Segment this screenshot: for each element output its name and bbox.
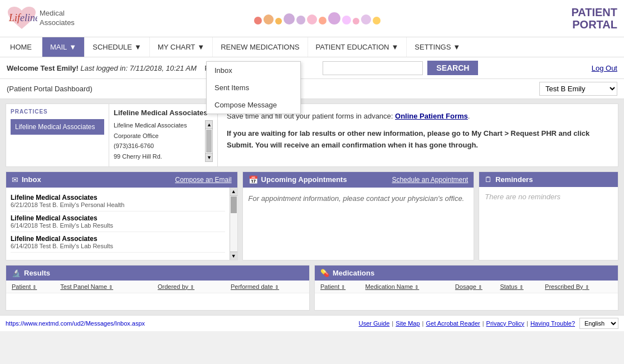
nav-patient-edu[interactable]: PATIENT EDUCATION ▼: [308, 37, 407, 57]
inbox-item-0[interactable]: Lifeline Medical Associates 6/21/2018 Te…: [11, 191, 225, 211]
practice-detail-address: 99 Cherry Hill Rd.: [114, 151, 204, 162]
nav-mail[interactable]: MAIL ▼: [42, 37, 85, 57]
inbox-icon: ✉: [12, 175, 18, 184]
meds-col-name[interactable]: Medication Name ⇕: [365, 283, 455, 290]
nav-schedule[interactable]: SCHEDULE ▼: [85, 37, 150, 57]
appointments-body-text: For appointment information, please cont…: [248, 193, 469, 204]
inbox-widget-title: Inbox: [22, 175, 41, 184]
footer-link-privacy[interactable]: Privacy Policy: [486, 320, 524, 327]
results-icon: 🔬: [12, 269, 21, 277]
reminders-body-text: There are no reminders: [485, 193, 612, 201]
nav-home[interactable]: HOME: [0, 37, 42, 57]
medications-widget-title: Medications: [333, 269, 374, 277]
footer-link-user-guide[interactable]: User Guide: [359, 320, 390, 327]
footer-url: https://www.nextmd.com/ud2/Messages/Inbo…: [6, 320, 145, 327]
language-select[interactable]: English Spanish French: [579, 318, 618, 329]
dropdown-item-compose[interactable]: Compose Message: [207, 96, 300, 114]
footer-link-acrobat[interactable]: Get Acrobat Reader: [426, 320, 480, 327]
patient-portal-label: PATIENT PORTAL: [571, 6, 617, 31]
meds-col-patient[interactable]: Patient ⇕: [320, 283, 365, 290]
user-select[interactable]: Test B Emily: [539, 82, 617, 96]
flower-decoration: [254, 12, 381, 24]
meds-col-status[interactable]: Status ⇕: [500, 283, 545, 290]
practice-detail-name: Lifeline Medical Associates: [114, 109, 213, 117]
logout-link[interactable]: Log Out: [592, 64, 617, 72]
practices-label: PRACTICES: [11, 109, 104, 115]
scroll-thumb[interactable]: [206, 130, 212, 153]
online-patient-forms-link[interactable]: Online Patient Forms: [395, 112, 468, 120]
patient-edu-caret-icon: ▼: [391, 43, 398, 51]
practice-detail-line1: Lifeline Medical Associates: [114, 120, 204, 131]
reminders-icon: 🗒: [485, 175, 492, 184]
footer-link-site-map[interactable]: Site Map: [396, 320, 420, 327]
schedule-caret-icon: ▼: [134, 43, 142, 51]
meds-col-dosage[interactable]: Dosage ⇕: [455, 283, 500, 290]
footer-link-trouble[interactable]: Having Trouble?: [530, 320, 575, 327]
logo: Lif eline MedicalAssociates: [7, 4, 75, 32]
settings-caret-icon: ▼: [453, 43, 460, 51]
inbox-scroll-thumb[interactable]: [231, 196, 237, 213]
reminders-widget-title: Reminders: [495, 175, 533, 184]
results-col-ordered[interactable]: Ordered by ⇕: [158, 283, 231, 290]
dropdown-item-sent[interactable]: Sent Items: [207, 79, 300, 96]
practice-detail-line2: Corporate Office: [114, 131, 204, 141]
nav-my-chart[interactable]: MY CHART ▼: [150, 37, 213, 57]
inbox-item-2[interactable]: Lifeline Medical Associates 6/14/2018 Te…: [11, 232, 225, 253]
results-widget-title: Results: [24, 269, 50, 277]
dropdown-item-inbox[interactable]: Inbox: [207, 62, 300, 79]
welcome-text: Welcome Test Emily! Last logged in: 7/11…: [7, 64, 209, 72]
scroll-down-arrow[interactable]: ▼: [206, 153, 212, 161]
mail-dropdown: Inbox Sent Items Compose Message: [206, 61, 301, 114]
search-button[interactable]: SEARCH: [427, 61, 478, 75]
mail-caret-icon: ▼: [69, 43, 76, 51]
search-input[interactable]: [323, 61, 423, 75]
practice-detail-phone: (973)316-6760: [114, 141, 204, 151]
scroll-up-arrow[interactable]: ▲: [206, 121, 212, 129]
results-col-performed[interactable]: Performed date ⇕: [231, 283, 304, 290]
inbox-scroll-down[interactable]: ▼: [230, 252, 237, 260]
meds-col-prescribed[interactable]: Prescribed By ⇕: [545, 283, 612, 290]
medications-icon: 💊: [320, 269, 329, 277]
my-chart-caret-icon: ▼: [197, 43, 204, 51]
compose-email-link[interactable]: Compose an Email: [175, 176, 231, 184]
results-col-panel[interactable]: Test Panel Name ⇕: [60, 283, 158, 290]
nav-renew-meds[interactable]: RENEW MEDICATIONS: [213, 37, 308, 57]
dashboard-label: (Patient Portal Dashboard): [7, 85, 92, 93]
inbox-item-1[interactable]: Lifeline Medical Associates 6/14/2018 Te…: [11, 211, 225, 232]
appointments-icon: 📅: [248, 175, 258, 184]
logo-subtitle: MedicalAssociates: [40, 9, 75, 28]
nav-settings[interactable]: SETTINGS ▼: [407, 37, 468, 57]
results-col-patient[interactable]: Patient ⇕: [12, 283, 60, 290]
svg-text:eline: eline: [20, 12, 37, 23]
inbox-scroll-up[interactable]: ▲: [230, 188, 237, 196]
notice-line2: If you are waiting for lab results or ot…: [227, 128, 609, 151]
appointments-widget-title: Upcoming Appointments: [261, 175, 347, 184]
practice-item[interactable]: Lifeline Medical Associates: [11, 119, 104, 135]
schedule-appointment-link[interactable]: Schedule an Appointment: [392, 176, 468, 184]
